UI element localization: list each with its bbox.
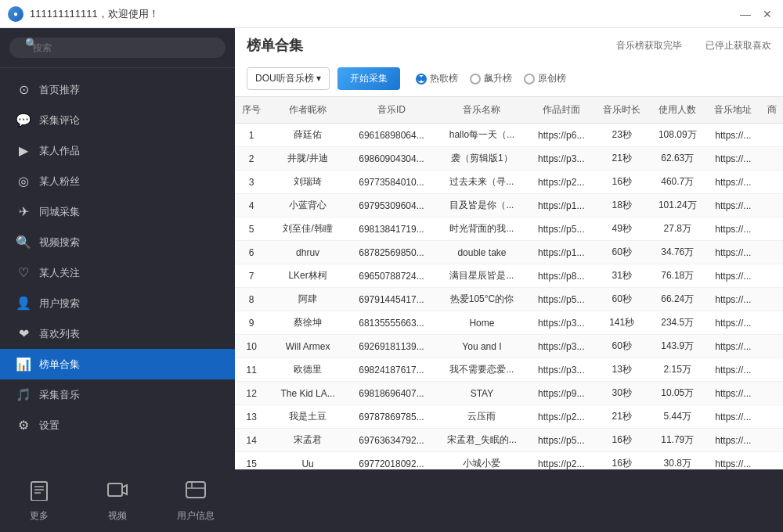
radio-hot[interactable]: 热歌榜: [416, 72, 458, 85]
sidebar-item-user-search[interactable]: 👤用户搜索: [0, 288, 235, 318]
table-row[interactable]: 1薛廷佑69616898064...hallo每一天（...https://p6…: [235, 124, 783, 147]
th-音乐ID: 音乐ID: [348, 97, 435, 124]
table-cell-5: 30秒: [594, 382, 650, 405]
sidebar-item-like-list[interactable]: ❤喜欢列表: [0, 318, 235, 349]
table-body: 1薛廷佑69616898064...hallo每一天（...https://p6…: [235, 124, 783, 470]
sidebar-item-chart-list[interactable]: 📊榜单合集: [0, 349, 235, 379]
table-cell-8: [761, 124, 783, 147]
search-input[interactable]: [9, 38, 226, 58]
nav-icon-someone-follow: ♡: [16, 265, 31, 280]
table-cell-7: https://...: [705, 217, 761, 241]
table-row[interactable]: 10Will Armex69269181139...You and Ihttps…: [235, 335, 783, 358]
table-row[interactable]: 14宋孟君69763634792...宋孟君_失眠的...https://p5.…: [235, 429, 783, 452]
status-stop: 已停止获取喜欢: [705, 39, 771, 52]
svg-rect-0: [31, 482, 47, 501]
sidebar-item-home[interactable]: ⊙首页推荐: [0, 74, 235, 105]
th-作者昵称: 作者昵称: [268, 97, 347, 124]
table-cell-0: 10: [235, 335, 268, 358]
sidebar-item-someone-fans[interactable]: ◎某人粉丝: [0, 166, 235, 196]
table-cell-3: hallo每一天（...: [435, 124, 529, 147]
table-cell-5: 60秒: [594, 241, 650, 264]
sidebar-item-someone-follow[interactable]: ♡某人关注: [0, 257, 235, 288]
svg-marker-5: [122, 485, 127, 494]
table-cell-8: [761, 171, 783, 194]
table-cell-6: 62.63万: [650, 147, 706, 171]
table-cell-1: 刘瑞琦: [268, 171, 347, 194]
table-row[interactable]: 6dhruv68782569850...double takehttps://p…: [235, 241, 783, 264]
bottom-item-video[interactable]: 视频: [78, 469, 157, 532]
th-商: 商: [761, 97, 783, 124]
table-row[interactable]: 13我是土豆69787869785...云压雨https://p2...21秒5…: [235, 405, 783, 429]
table-cell-0: 15: [235, 452, 268, 470]
sidebar-item-collect-comment[interactable]: 💬采集评论: [0, 105, 235, 135]
table-row[interactable]: 5刘至佳/韩瞳69813841719...时光背面的我...https://p5…: [235, 217, 783, 241]
table-row[interactable]: 7LKer林柯69650788724...满目星辰皆是...https://p8…: [235, 264, 783, 288]
table-cell-2: 69650788724...: [348, 264, 435, 288]
nav-icon-collect-music: 🎵: [16, 387, 31, 402]
music-table: 序号作者昵称音乐ID音乐名称作品封面音乐时长使用人数音乐地址商 1薛廷佑6961…: [235, 97, 783, 469]
sidebar-item-someone-works[interactable]: ▶某人作品: [0, 135, 235, 166]
table-cell-7: https://...: [705, 382, 761, 405]
table-cell-7: https://...: [705, 405, 761, 429]
table-cell-1: Will Armex: [268, 335, 347, 358]
table-cell-6: 30.8万: [650, 452, 706, 470]
table-cell-2: 69773584010...: [348, 171, 435, 194]
table-row[interactable]: 9蔡徐坤68135555663...Homehttps://p3...141秒2…: [235, 311, 783, 335]
th-作品封面: 作品封面: [529, 97, 594, 124]
main-wrapper: 🔍 ⊙首页推荐💬采集评论▶某人作品◎某人粉丝✈同城采集🔍视频搜索♡某人关注👤用户…: [0, 28, 783, 469]
nav-label-someone-fans: 某人粉丝: [39, 174, 80, 189]
table-cell-5: 16秒: [594, 171, 650, 194]
table-cell-4: https://p3...: [529, 335, 594, 358]
table-cell-7: https://...: [705, 358, 761, 382]
radio-rise-circle: [470, 74, 481, 84]
table-row[interactable]: 4小蓝背心69795309604...目及皆是你（...https://p1..…: [235, 194, 783, 217]
nav-icon-home: ⊙: [16, 82, 31, 97]
sidebar-item-collect-music[interactable]: 🎵采集音乐: [0, 379, 235, 410]
table-cell-1: The Kid LA...: [268, 382, 347, 405]
table-cell-2: 68782569850...: [348, 241, 435, 264]
table-row[interactable]: 12The Kid LA...69818696407...STAYhttps:/…: [235, 382, 783, 405]
chart-dropdown[interactable]: DOU听音乐榜 ▾: [247, 67, 330, 90]
table-cell-6: 460.7万: [650, 171, 706, 194]
table-cell-1: 刘至佳/韩瞳: [268, 217, 347, 241]
collect-button[interactable]: 开始采集: [337, 67, 400, 90]
sidebar-item-video-search[interactable]: 🔍视频搜索: [0, 227, 235, 257]
table-cell-6: 143.9万: [650, 335, 706, 358]
table-row[interactable]: 15Uu69772018092...小城小爱https://p2...16秒30…: [235, 452, 783, 470]
content-area: 榜单合集 音乐榜获取完毕 已停止获取喜欢 DOU听音乐榜 ▾ 开始采集 热歌榜: [235, 28, 783, 469]
nav-label-collect-comment: 采集评论: [39, 113, 80, 128]
table-cell-4: https://p5...: [529, 217, 594, 241]
table-cell-6: 234.5万: [650, 311, 706, 335]
table-cell-0: 2: [235, 147, 268, 171]
radio-original[interactable]: 原创榜: [524, 72, 566, 85]
table-cell-8: [761, 217, 783, 241]
bottom-label-more: 更多: [30, 509, 49, 523]
table-cell-8: [761, 288, 783, 311]
content-header: 榜单合集 音乐榜获取完毕 已停止获取喜欢 DOU听音乐榜 ▾ 开始采集 热歌榜: [235, 28, 783, 97]
table-cell-0: 12: [235, 382, 268, 405]
sidebar-item-settings[interactable]: ⚙设置: [0, 410, 235, 440]
table-row[interactable]: 8阿肆69791445417...热爱105°C的你https://p5...6…: [235, 288, 783, 311]
table-cell-5: 31秒: [594, 264, 650, 288]
table-cell-2: 69813841719...: [348, 217, 435, 241]
bottom-item-more[interactable]: 更多: [0, 469, 78, 532]
table-cell-5: 16秒: [594, 452, 650, 470]
sidebar: 🔍 ⊙首页推荐💬采集评论▶某人作品◎某人粉丝✈同城采集🔍视频搜索♡某人关注👤用户…: [0, 28, 235, 469]
table-cell-4: https://p3...: [529, 147, 594, 171]
table-row[interactable]: 2井胧/井迪69860904304...袭（剪辑版1）https://p3...…: [235, 147, 783, 171]
minimize-button[interactable]: —: [738, 6, 753, 22]
table-cell-5: 13秒: [594, 358, 650, 382]
table-cell-0: 4: [235, 194, 268, 217]
sidebar-item-local-collect[interactable]: ✈同城采集: [0, 196, 235, 227]
table-header-row: 序号作者昵称音乐ID音乐名称作品封面音乐时长使用人数音乐地址商: [235, 97, 783, 124]
radio-rise[interactable]: 飙升榜: [470, 72, 512, 85]
titlebar: ● 111111111111，欢迎使用！ — ✕: [0, 0, 783, 28]
close-button[interactable]: ✕: [760, 6, 775, 22]
table-row[interactable]: 3刘瑞琦69773584010...过去未来（寻...https://p2...…: [235, 171, 783, 194]
bottom-item-user-info[interactable]: 用户信息: [157, 469, 235, 532]
table-row[interactable]: 11欧德里69824187617...我不需要恋爱...https://p3..…: [235, 358, 783, 382]
table-cell-6: 2.15万: [650, 358, 706, 382]
table-cell-6: 27.8万: [650, 217, 706, 241]
table-cell-7: https://...: [705, 171, 761, 194]
table-cell-0: 9: [235, 311, 268, 335]
